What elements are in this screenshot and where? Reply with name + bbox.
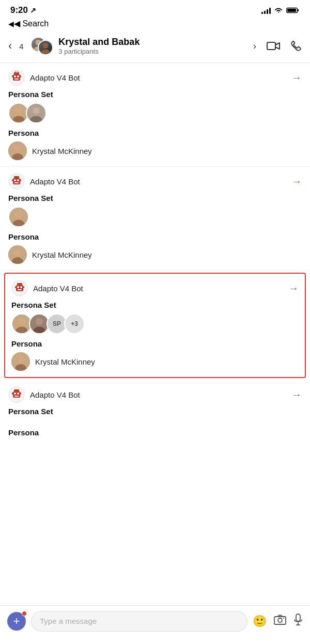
svg-point-70 — [283, 618, 284, 619]
svg-rect-65 — [14, 396, 19, 397]
chat-scroll-area: Adapto V4 Bot → Persona Set — [0, 63, 310, 611]
chat-name: Krystal and Babak — [58, 37, 248, 48]
status-time: 9:20 ↗ — [10, 5, 36, 15]
bot-avatar — [11, 280, 28, 296]
persona-set-label: Persona Set — [8, 194, 302, 202]
header-actions — [267, 40, 302, 52]
persona-avatar-count: +3 — [64, 313, 85, 334]
persona-set-avatars: SP +3 — [11, 313, 299, 334]
status-icons — [261, 7, 300, 14]
svg-point-63 — [14, 392, 16, 395]
svg-rect-35 — [12, 179, 13, 181]
header-info: Krystal and Babak 3 participants — [58, 37, 248, 55]
location-icon: ↗ — [30, 6, 36, 14]
persona-avatar — [11, 352, 30, 371]
persona-avatar-1 — [8, 207, 29, 227]
svg-point-27 — [14, 145, 21, 152]
persona-avatar — [8, 245, 27, 264]
svg-point-21 — [16, 107, 22, 114]
message-sender: Adapto V4 Bot — [8, 173, 80, 190]
svg-rect-7 — [267, 42, 275, 50]
persona-label: Persona — [11, 339, 299, 348]
message-card: Adapto V4 Bot → Persona Set — [0, 63, 310, 167]
message-link-arrow[interactable]: → — [291, 176, 302, 187]
chat-header: ‹ 4 Krystal and Babak 3 participants › — [0, 32, 310, 63]
header-avatar — [30, 35, 53, 57]
header-chevron-icon[interactable]: › — [253, 41, 256, 52]
notification-dot — [22, 611, 27, 616]
message-card: Adapto V4 Bot → Persona Set Persona — [0, 167, 310, 271]
bot-avatar — [8, 69, 25, 86]
svg-point-33 — [17, 179, 19, 181]
emoji-button[interactable]: 🙂 — [253, 615, 267, 628]
message-sender: Adapto V4 Bot — [11, 280, 83, 296]
svg-point-41 — [14, 249, 21, 256]
avatar-person2 — [38, 40, 53, 55]
svg-rect-67 — [20, 392, 21, 395]
persona-label: Persona — [8, 232, 302, 241]
status-bar: 9:20 ↗ — [0, 0, 310, 18]
add-button[interactable] — [7, 612, 26, 631]
persona-avatar-2 — [26, 103, 47, 123]
persona-name: Krystal McKinney — [32, 250, 92, 259]
bot-avatar — [8, 173, 25, 190]
message-placeholder: Type a message — [40, 611, 97, 632]
time-display: 9:20 — [10, 5, 28, 15]
persona-row: Krystal McKinney — [8, 142, 302, 160]
back-arrow-icon[interactable]: ◀ — [8, 20, 14, 28]
svg-point-58 — [17, 356, 24, 363]
camera-button[interactable] — [274, 615, 286, 628]
signal-icon — [261, 7, 271, 14]
conversation-count: 4 — [17, 42, 25, 51]
svg-rect-34 — [14, 182, 19, 183]
persona-set-avatars — [8, 103, 302, 123]
message-header: Adapto V4 Bot → — [11, 280, 299, 296]
svg-rect-49 — [15, 286, 16, 288]
sender-name: Adapto V4 Bot — [30, 390, 80, 399]
svg-rect-66 — [12, 392, 13, 395]
svg-point-17 — [16, 71, 18, 73]
video-call-button[interactable] — [267, 40, 280, 52]
svg-point-69 — [278, 618, 282, 622]
message-sender: Adapto V4 Bot — [8, 69, 80, 86]
mic-button[interactable] — [293, 614, 303, 629]
message-link-arrow[interactable]: → — [288, 282, 299, 294]
persona-row: Krystal McKinney — [11, 352, 299, 371]
svg-rect-13 — [14, 78, 19, 80]
persona-set-label: Persona Set — [8, 90, 302, 99]
message-input[interactable]: Type a message — [31, 611, 247, 632]
participants-count: 3 participants — [58, 48, 248, 55]
message-card: Adapto V4 Bot → Persona Set Persona — [0, 380, 310, 447]
svg-rect-2 — [287, 9, 296, 12]
svg-rect-71 — [296, 614, 300, 621]
message-link-arrow[interactable]: → — [291, 389, 302, 401]
svg-point-12 — [17, 75, 19, 77]
phone-call-button[interactable] — [290, 40, 302, 52]
message-sender: Adapto V4 Bot — [8, 386, 80, 403]
search-bar[interactable]: ◀ ◀ Search — [0, 18, 310, 32]
bot-avatar — [8, 386, 25, 403]
svg-rect-45 — [17, 283, 22, 286]
sender-name: Adapto V4 Bot — [30, 177, 80, 186]
persona-row: Krystal McKinney — [8, 245, 302, 264]
wifi-icon — [274, 7, 283, 14]
svg-rect-14 — [12, 75, 13, 77]
svg-rect-15 — [20, 75, 21, 77]
svg-point-47 — [20, 286, 22, 288]
svg-rect-31 — [14, 176, 19, 179]
persona-label: Persona — [8, 129, 302, 137]
back-button[interactable]: ‹ — [8, 39, 12, 53]
message-link-arrow[interactable]: → — [291, 72, 302, 84]
search-label[interactable]: ◀ Search — [14, 19, 49, 28]
svg-point-52 — [18, 318, 25, 325]
svg-point-32 — [14, 179, 16, 181]
svg-rect-36 — [20, 179, 21, 181]
persona-label: Persona — [8, 428, 302, 437]
sender-name: Adapto V4 Bot — [33, 284, 83, 293]
persona-name: Krystal McKinney — [32, 147, 92, 155]
svg-rect-1 — [297, 9, 299, 11]
svg-point-25 — [33, 107, 40, 114]
message-header: Adapto V4 Bot → — [8, 386, 302, 403]
svg-rect-62 — [14, 389, 19, 392]
svg-point-38 — [15, 211, 22, 218]
